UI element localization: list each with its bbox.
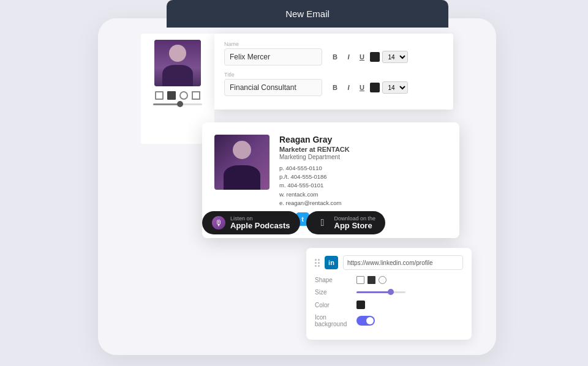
podcast-button[interactable]: 🎙 Listen on Apple Podcasts: [202, 211, 300, 234]
name-input[interactable]: [224, 48, 322, 65]
name-format-controls: B I U 14 12 16 18: [330, 51, 408, 63]
sig-website: w. rentack.com: [279, 190, 447, 199]
app-buttons: 🎙 Listen on Apple Podcasts  Download on…: [202, 211, 385, 234]
size-row: Size: [315, 289, 463, 296]
color-label: Color: [315, 302, 352, 308]
mini-circle[interactable]: [379, 276, 386, 284]
slider-fill: [153, 103, 180, 105]
mini-square-filled[interactable]: [368, 276, 375, 284]
sig-email: e. reagan@rentack.com: [279, 199, 447, 207]
title-font-size-select[interactable]: 14 12 16: [382, 81, 408, 94]
shape-expand[interactable]: [192, 91, 200, 100]
sig-phone: p. 404-555-0110: [279, 164, 447, 173]
icon-bg-toggle[interactable]: [356, 316, 375, 326]
title-color-swatch[interactable]: [370, 83, 380, 92]
font-size-select[interactable]: 14 12 16 18: [382, 51, 408, 63]
shape-mini-controls: [356, 276, 386, 284]
icon-bg-label: Icon background: [315, 314, 352, 327]
title-input[interactable]: [224, 79, 322, 96]
bold-button[interactable]: B: [330, 51, 341, 62]
shape-controls: [155, 91, 200, 100]
shape-row: Shape: [315, 276, 463, 284]
title-underline-button[interactable]: U: [356, 82, 368, 93]
drag-handle[interactable]: [315, 259, 320, 267]
shape-square-outline[interactable]: [155, 91, 164, 100]
underline-button[interactable]: U: [356, 51, 368, 62]
avatar-person: [154, 40, 201, 86]
settings-slider-thumb: [388, 289, 394, 295]
podcast-text: Listen on Apple Podcasts: [230, 216, 290, 230]
color-row: Color: [315, 301, 463, 309]
appstore-button[interactable]:  Download on the App Store: [306, 211, 386, 234]
linkedin-small-icon: in: [325, 256, 338, 269]
sig-photo: [214, 135, 270, 190]
mini-square-outline[interactable]: [356, 276, 364, 284]
sig-name: Reagan Gray: [279, 135, 447, 145]
slider-thumb: [177, 101, 183, 107]
color-picker[interactable]: [356, 301, 365, 309]
title-italic-button[interactable]: I: [343, 82, 354, 93]
title-label: Title: [224, 72, 443, 78]
fields-section: Name B I U 14 12 16 18 Title B: [214, 34, 453, 110]
toggle-thumb: [366, 317, 374, 324]
name-row: B I U 14 12 16 18: [224, 48, 443, 65]
name-label: Name: [224, 41, 443, 47]
sig-details: p. 404-555-0110 p./t. 404-555-0186 m. 40…: [279, 164, 447, 207]
apple-icon: : [316, 216, 330, 230]
title-bold-button[interactable]: B: [330, 82, 341, 93]
shape-square-filled[interactable]: [167, 91, 176, 100]
settings-size-slider[interactable]: [356, 291, 405, 293]
size-slider[interactable]: [153, 103, 202, 105]
sig-title: Marketer at RENTACK: [279, 146, 447, 153]
color-swatch[interactable]: [370, 52, 380, 62]
icon-bg-row: Icon background: [315, 314, 463, 327]
linkedin-row: in: [315, 255, 463, 270]
settings-slider-fill: [356, 291, 391, 293]
sig-mobile: m. 404-555-0101: [279, 181, 447, 190]
linkedin-input[interactable]: [343, 255, 463, 270]
podcast-icon: 🎙: [212, 216, 225, 230]
italic-button[interactable]: I: [343, 51, 354, 62]
appstore-text: Download on the App Store: [334, 216, 376, 230]
email-title: New Email: [285, 9, 330, 19]
title-format-controls: B I U 14 12 16: [330, 81, 408, 94]
shape-circle[interactable]: [179, 91, 188, 100]
email-header-bar: New Email: [167, 0, 448, 28]
shape-label: Shape: [315, 277, 352, 283]
size-label: Size: [315, 289, 352, 296]
sig-fax: p./t. 404-555-0186: [279, 173, 447, 181]
title-row: B I U 14 12 16: [224, 79, 443, 96]
avatar[interactable]: [154, 40, 201, 86]
sig-dept: Marketing Department: [279, 154, 447, 160]
slider-track: [153, 103, 202, 105]
settings-panel: in Shape Size Color Icon background: [306, 248, 472, 340]
